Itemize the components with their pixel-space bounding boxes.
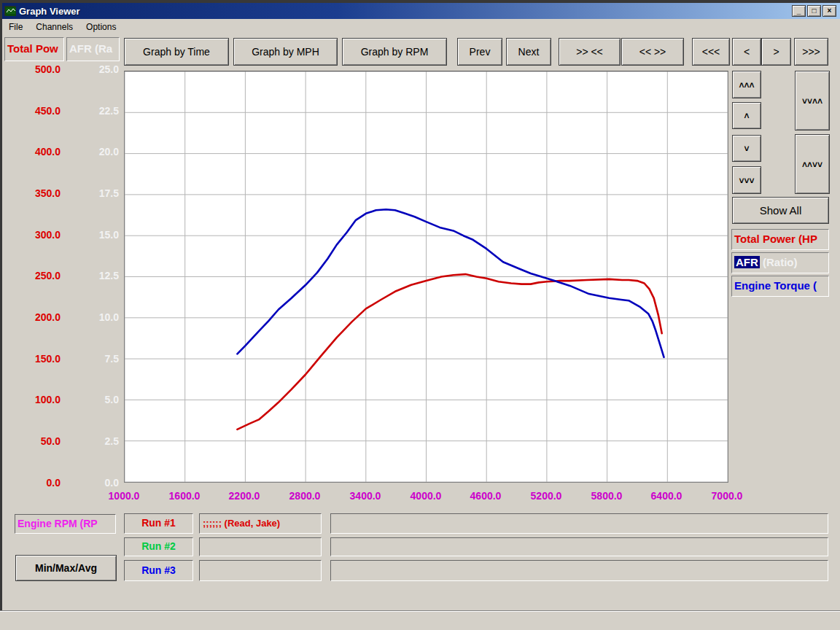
menu-options[interactable]: Options [79, 20, 122, 34]
window-title: Graph Viewer [19, 6, 80, 17]
legend-engine-torque[interactable]: Engine Torque ( [731, 276, 829, 297]
run1-data-box [330, 513, 828, 534]
menu-channels[interactable]: Channels [29, 20, 79, 34]
chart-svg [125, 71, 728, 482]
power-tick-label: 450.0 [2, 105, 61, 117]
afr-axis: 25.022.520.017.515.012.510.07.55.02.50.0 [63, 63, 119, 486]
taskbar: Start MD 7000 Controller (V 2.... Horsep… [0, 611, 840, 630]
afr-channel-header[interactable]: AFR (Ra [66, 37, 120, 61]
legend-afr-selected: AFR [734, 256, 760, 268]
titlebar[interactable]: Graph Viewer _ □ × [2, 3, 840, 19]
x-tick-label: 5800.0 [585, 490, 629, 502]
x-tick-label: 5200.0 [524, 490, 568, 502]
app-icon [4, 6, 16, 16]
legend-afr-rest: (Ratio) [760, 256, 798, 268]
next-button[interactable]: Next [506, 38, 551, 66]
run1-box[interactable]: Run #1 [124, 513, 193, 534]
power-tick-label: 50.0 [2, 435, 61, 447]
power-tick-label: 300.0 [2, 229, 61, 241]
legend-afr[interactable]: AFR (Ratio) [731, 252, 829, 273]
x-channel-box[interactable]: Engine RPM (RP [15, 514, 116, 534]
legend-engine-torque-label: Engine Torque ( [734, 279, 817, 292]
desktop: Graph Viewer _ □ × File Channels Options… [0, 0, 840, 630]
graph-by-rpm-button[interactable]: Graph by RPM [342, 38, 447, 66]
afr-tick-label: 20.0 [63, 146, 119, 158]
close-button[interactable]: × [822, 5, 836, 17]
maximize-button[interactable]: □ [807, 5, 821, 17]
power-tick-label: 400.0 [2, 146, 61, 158]
zoom-out-horizontal-button[interactable]: << >> [621, 38, 684, 66]
scroll-left-button[interactable]: < [732, 38, 761, 66]
menu-file[interactable]: File [2, 20, 29, 34]
afr-tick-label: 7.5 [63, 353, 119, 365]
show-all-button[interactable]: Show All [732, 197, 829, 224]
afr-tick-label: 25.0 [63, 63, 119, 75]
scroll-down-button[interactable]: ˅ [732, 135, 761, 162]
run2-box[interactable]: Run #2 [124, 537, 193, 556]
x-tick-label: 3400.0 [343, 490, 387, 502]
afr-tick-label: 10.0 [63, 311, 119, 323]
run2-info-box [199, 537, 322, 556]
graph-viewer-window: Graph Viewer _ □ × File Channels Options… [0, 0, 840, 611]
x-tick-label: 4000.0 [404, 490, 448, 502]
power-tick-label: 150.0 [2, 353, 61, 365]
vertical-zoom-out-button[interactable]: ˄˄˅˅ [795, 134, 830, 194]
run3-data-box [330, 560, 828, 581]
power-channel-header[interactable]: Total Pow [4, 37, 64, 61]
afr-tick-label: 17.5 [63, 187, 119, 199]
power-tick-label: 350.0 [2, 187, 61, 199]
minimize-button[interactable]: _ [792, 5, 806, 17]
x-tick-label: 7000.0 [705, 490, 749, 502]
prev-button[interactable]: Prev [457, 38, 502, 66]
x-tick-label: 1000.0 [102, 490, 146, 502]
power-tick-label: 0.0 [2, 477, 61, 489]
scroll-right-button[interactable]: > [761, 38, 791, 66]
scroll-top-button[interactable]: ˄˄˄ [732, 71, 761, 98]
afr-tick-label: 22.5 [63, 105, 119, 117]
x-axis: 1000.01600.02200.02800.03400.04000.04600… [124, 490, 751, 506]
legend-total-power-label: Total Power (HP [734, 233, 817, 245]
x-tick-label: 6400.0 [645, 490, 688, 502]
vertical-zoom-in-button[interactable]: ˅˅˄˄ [795, 71, 830, 131]
scroll-first-button[interactable]: <<< [692, 38, 730, 66]
x-tick-label: 1600.0 [163, 490, 206, 502]
legend-total-power[interactable]: Total Power (HP [731, 229, 829, 250]
run2-data-box [330, 537, 828, 556]
afr-tick-label: 12.5 [63, 270, 119, 281]
min-max-avg-button[interactable]: Min/Max/Avg [15, 555, 117, 581]
x-tick-label: 4600.0 [464, 490, 508, 502]
afr-tick-label: 15.0 [63, 229, 119, 241]
run3-info-box [199, 560, 322, 581]
afr-tick-label: 0.0 [63, 477, 119, 489]
afr-tick-label: 2.5 [63, 435, 119, 447]
power-tick-label: 250.0 [2, 270, 61, 281]
menubar: File Channels Options [2, 19, 840, 34]
graph-by-time-button[interactable]: Graph by Time [124, 38, 229, 66]
scroll-bottom-button[interactable]: ˅˅˅ [732, 166, 761, 194]
chart-plot-area[interactable] [124, 71, 728, 483]
x-tick-label: 2800.0 [283, 490, 327, 502]
afr-tick-label: 5.0 [63, 394, 119, 405]
scroll-up-button[interactable]: ˄ [732, 102, 761, 129]
power-tick-label: 500.0 [2, 63, 61, 75]
scroll-last-button[interactable]: >>> [794, 38, 828, 66]
graph-by-mph-button[interactable]: Graph by MPH [233, 38, 338, 66]
power-tick-label: 200.0 [2, 311, 61, 323]
zoom-in-horizontal-button[interactable]: >> << [559, 38, 621, 66]
run1-info-box: ;;;;;; (Read, Jake) [199, 513, 322, 534]
power-axis: 500.0450.0400.0350.0300.0250.0200.0150.0… [2, 63, 61, 486]
run3-box[interactable]: Run #3 [124, 560, 193, 581]
x-tick-label: 2200.0 [222, 490, 266, 502]
power-tick-label: 100.0 [2, 394, 61, 405]
